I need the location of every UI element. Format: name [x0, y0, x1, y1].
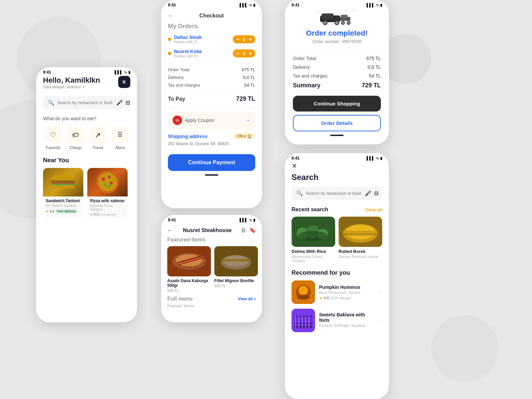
- search-page-content: ✕ Search 🔍 🎤 ⊟ Recent search Clear all: [285, 162, 389, 332]
- food-card-pizza[interactable]: Pizza with salmon Dominos Pizza, Sarıgaz…: [87, 168, 128, 218]
- filter-icon[interactable]: ⊟: [126, 99, 130, 106]
- more-icon: ⠿: [112, 127, 129, 143]
- search-input-page[interactable]: [306, 191, 362, 196]
- search-input[interactable]: [57, 100, 114, 105]
- continue-payment-button[interactable]: Continue Payment: [168, 154, 255, 171]
- close-button[interactable]: ✕: [292, 162, 382, 170]
- qty-num-2: 2: [241, 51, 247, 56]
- order-item-1-sub: Portion 195 TL: [174, 40, 202, 44]
- featured-img-1: [167, 246, 211, 276]
- category-grid: ♡ Favorite 🏷 Cheap ↗ Trend ⠿ More: [43, 127, 130, 150]
- filter-icon-page[interactable]: ⊟: [374, 190, 379, 196]
- qty-decrease-2[interactable]: −: [236, 51, 239, 56]
- delivery-value: 0,0 TL: [243, 75, 255, 80]
- order-item-1: Dallas Steak Portion 195 TL − 1 +: [168, 35, 255, 44]
- wifi-icon-5: ∿: [376, 156, 379, 161]
- svg-point-17: [336, 22, 338, 24]
- status-bar-5: 9:41 ▌▌▌ ∿ ▮: [285, 153, 389, 162]
- qty-decrease-1[interactable]: −: [236, 37, 239, 42]
- my-orders-title: My Orders: [168, 23, 255, 30]
- order-item-2-sub: Portion 240 TL: [174, 54, 202, 58]
- clear-all-button[interactable]: Clear all: [365, 207, 382, 212]
- svg-rect-44: [343, 233, 378, 235]
- svg-point-47: [299, 286, 308, 295]
- qty-control-2[interactable]: − 2 +: [233, 49, 255, 57]
- cheap-icon: 🏷: [67, 127, 84, 143]
- summary-total-row: Summary 729 TL: [293, 82, 381, 89]
- popular-items-label: Popular items: [161, 303, 262, 308]
- summary-total-label: Summary: [293, 82, 320, 89]
- order-item-2-info: Nusret Kobe Portion 240 TL: [174, 49, 202, 58]
- category-cheap[interactable]: 🏷 Cheap: [65, 127, 86, 150]
- coupon-row[interactable]: % Apply Coupon →: [168, 112, 255, 129]
- chevron-right-icon-baklava: ›: [381, 317, 382, 323]
- featured-card-2[interactable]: Fillet Mignon Bonfile 160 TL: [214, 246, 258, 293]
- sandwich-rating: ★ 4.8: [46, 210, 54, 213]
- svg-point-15: [324, 22, 326, 24]
- svg-rect-58: [308, 315, 310, 328]
- checkout-content: My Orders Dallas Steak Portion 195 TL − …: [161, 23, 262, 171]
- back-arrow-icon[interactable]: ←: [168, 13, 173, 19]
- search-icon-page: 🔍: [296, 190, 303, 196]
- full-menu-row: Full menu View all »: [161, 293, 262, 303]
- search-bar-page[interactable]: 🔍 🎤 ⊟: [292, 187, 382, 200]
- trend-icon: ↗: [89, 127, 106, 143]
- qty-increase-2[interactable]: +: [249, 51, 252, 56]
- svg-point-21: [342, 22, 344, 24]
- svg-rect-34: [221, 259, 251, 262]
- home-indicator-2: [205, 174, 218, 176]
- wifi-icon-4: ∿: [249, 218, 252, 222]
- recent-card-dolma[interactable]: Dolma With Rice Bayramoğlu Döner, Rüzgar…: [292, 217, 335, 263]
- back-arrow-restaurant[interactable]: ←: [167, 227, 173, 233]
- category-trend[interactable]: ↗ Trend: [88, 127, 108, 150]
- continue-shopping-button[interactable]: Continue Shopping: [293, 96, 381, 112]
- search-bar[interactable]: 🔍 🎤 ⊟: [43, 96, 130, 109]
- restaurant-header-icons: ⎙ 🔖: [242, 227, 256, 233]
- svg-point-11: [108, 185, 111, 188]
- summary-section: Order Total 675 TL Delivery 0,0 TL Tax a…: [293, 51, 381, 131]
- divider-1: [168, 63, 255, 63]
- share-icon[interactable]: ⎙: [242, 227, 245, 233]
- apply-coupon-text: Apply Coupon: [185, 118, 214, 123]
- chevron-right-icon-pumpkin: ›: [381, 289, 382, 295]
- sandwich-restaurant: NK Tantuni, Kadıköy: [46, 204, 81, 208]
- pizza-rating: ★ 4.3 (233 ratings): [90, 213, 116, 216]
- mic-icon-page[interactable]: 🎤: [365, 190, 371, 196]
- pizza-restaurant: Dominos Pizza, Sarıgazi: [90, 204, 125, 211]
- tax-value: 54 TL: [244, 83, 255, 88]
- summary-tax-row: Tax and charges 54 TL: [293, 73, 381, 79]
- order-details-button[interactable]: Order Details: [293, 115, 381, 131]
- recommend-card-pumpkin[interactable]: Pumpkin Hummus Bayti Restaurant, Taksim …: [292, 280, 382, 304]
- shipping-header: Shipping address Office 🏠: [168, 133, 255, 139]
- recommend-card-baklava[interactable]: Sweets Baklava with Nuts Karaköy Güllüoğ…: [292, 309, 382, 332]
- featured-name-1: Asado Dana Kaburga 500gr: [167, 278, 211, 288]
- order-item-1-info: Dallas Steak Portion 195 TL: [174, 35, 202, 44]
- summary-order-total-value: 675 TL: [366, 56, 381, 61]
- bookmark-icon[interactable]: 🔖: [249, 227, 256, 233]
- borek-name: Rolled Borek: [339, 249, 382, 254]
- svg-rect-43: [343, 231, 378, 233]
- view-all-link[interactable]: View all »: [238, 297, 256, 301]
- category-favorite[interactable]: ♡ Favorite: [43, 127, 63, 150]
- category-more[interactable]: ⠿ More: [110, 127, 130, 150]
- recent-card-borek[interactable]: Rolled Borek Sarıyer Börekçisi, Kartal: [339, 217, 382, 263]
- qty-increase-1[interactable]: +: [249, 37, 252, 42]
- qty-control-1[interactable]: − 1 +: [233, 35, 255, 43]
- signal-icon: ▌▌▌: [115, 70, 123, 74]
- food-card-sandwich[interactable]: Sandwich Tantuni NK Tantuni, Kadıköy ★ 4…: [43, 168, 83, 218]
- svg-rect-57: [305, 315, 306, 328]
- baklava-image: [292, 309, 315, 332]
- office-badge: Office 🏠: [233, 133, 255, 139]
- avatar: K: [118, 76, 130, 88]
- recent-food-cards: Dolma With Rice Bayramoğlu Döner, Rüzgar…: [292, 217, 382, 263]
- svg-point-7: [101, 177, 105, 181]
- battery-icon: ▮: [128, 70, 130, 75]
- featured-img-2: [214, 246, 258, 276]
- wifi-icon-2: ∿: [249, 3, 252, 7]
- featured-card-1[interactable]: Asado Dana Kaburga 500gr 530 TL: [167, 246, 211, 293]
- star-icon-2: ★: [90, 213, 93, 216]
- mic-icon[interactable]: 🎤: [116, 99, 123, 106]
- svg-point-6: [98, 173, 117, 191]
- order-item-1-left: Dallas Steak Portion 195 TL: [168, 35, 202, 44]
- summary-total-value: 729 TL: [362, 82, 381, 89]
